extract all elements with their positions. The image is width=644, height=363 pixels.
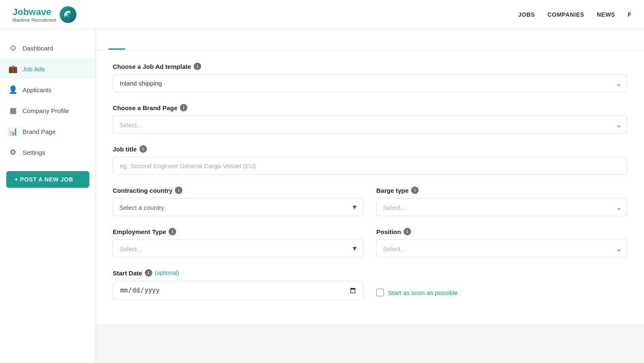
sidebar: ⊙ Dashboard 💼 Job Ads 👤 Applicants ▦ Com…	[0, 29, 96, 363]
tab-bar	[96, 29, 644, 50]
employment-type-info-icon[interactable]: i	[169, 228, 176, 235]
sidebar-item-company-profile[interactable]: ▦ Company Profile	[0, 100, 96, 121]
barge-type-select[interactable]: Tanker Dry Cargo	[376, 198, 628, 216]
company-icon: ▦	[8, 106, 18, 115]
brandpage-icon: 📊	[8, 127, 18, 136]
brand-name: Jobwave	[13, 7, 56, 18]
barge-type-info-icon[interactable]: i	[411, 187, 419, 194]
jobads-icon: 💼	[8, 64, 18, 73]
brand-page-select[interactable]	[113, 116, 627, 134]
post-new-job-button[interactable]: + POST A NEW JOB	[6, 171, 89, 188]
start-date-label: Start Date i (optional)	[113, 269, 627, 277]
sidebar-item-applicants[interactable]: 👤 Applicants	[0, 79, 96, 100]
top-navigation: Jobwave Maritime Recruitment 🌊 JOBS COMP…	[0, 0, 644, 29]
tagline: Maritime Recruitment	[13, 18, 56, 23]
position-select-wrapper: Captain Engineer Select... ⌄	[376, 239, 628, 257]
contracting-country-select-wrapper: Netherlands Germany Belgium Select a cou…	[113, 198, 364, 216]
sidebar-item-dashboard[interactable]: ⊙ Dashboard	[0, 38, 96, 58]
date-row: Start as soon as possible	[113, 281, 627, 300]
sidebar-item-label: Dashboard	[23, 45, 53, 52]
sidebar-item-label: Company Profile	[23, 107, 69, 114]
start-date-input[interactable]	[113, 281, 364, 300]
logo-icon: 🌊	[60, 6, 76, 23]
nav-extra[interactable]: F	[628, 11, 631, 18]
employment-type-section: Employment Type i Full-time Part-time Co…	[113, 228, 364, 257]
job-title-input[interactable]	[113, 157, 627, 175]
contracting-country-select[interactable]: Netherlands Germany Belgium	[113, 198, 364, 216]
start-asap-checkbox[interactable]	[376, 289, 384, 296]
job-ad-template-label: Choose a Job Ad template i	[113, 63, 627, 70]
barge-type-select-wrapper: Tanker Dry Cargo Select... ⌄	[376, 198, 628, 216]
job-ad-template-info-icon[interactable]: i	[194, 63, 201, 70]
sidebar-item-label: Applicants	[23, 86, 51, 93]
sidebar-item-label: Job Ads	[23, 66, 45, 73]
dashboard-icon: ⊙	[8, 43, 18, 53]
sidebar-item-label: Brand Page	[23, 128, 56, 135]
job-ad-template-select[interactable]: Inland shipping Ocean shipping Port Oper…	[113, 74, 627, 92]
form-container: Choose a Job Ad template i Inland shippi…	[96, 50, 644, 324]
employment-position-grid: Employment Type i Full-time Part-time Co…	[113, 228, 627, 269]
position-select[interactable]: Captain Engineer	[376, 239, 628, 257]
brand-page-select-wrapper: Select... ⌄	[113, 116, 627, 134]
position-section: Position i Captain Engineer Select... ⌄	[376, 228, 628, 257]
start-asap-row: Start as soon as possible	[376, 285, 628, 296]
job-title-info-icon[interactable]: i	[139, 145, 147, 153]
brand-page-section: Choose a Brand Page i Select... ⌄	[113, 104, 627, 134]
sidebar-item-settings[interactable]: ⚙ Settings	[0, 142, 96, 163]
start-date-optional: (optional)	[155, 270, 179, 276]
sidebar-item-brand-page[interactable]: 📊 Brand Page	[0, 121, 96, 142]
contracting-country-info-icon[interactable]: i	[175, 187, 182, 194]
nav-links: JOBS COMPANIES NEWS F	[518, 11, 631, 18]
position-label: Position i	[376, 228, 628, 235]
country-barge-grid: Contracting country i Netherlands German…	[113, 187, 627, 228]
logo[interactable]: Jobwave Maritime Recruitment 🌊	[13, 6, 76, 23]
settings-icon: ⚙	[8, 148, 18, 157]
post-job-label: + POST A NEW JOB	[15, 176, 73, 183]
contracting-country-label: Contracting country i	[113, 187, 364, 194]
start-date-section: Start Date i (optional) Start as soon as…	[113, 269, 627, 300]
nav-jobs[interactable]: JOBS	[518, 11, 535, 18]
sidebar-item-label: Settings	[23, 149, 45, 156]
tab-active[interactable]	[109, 38, 125, 50]
job-title-label: Job title i	[113, 145, 627, 153]
employment-type-select[interactable]: Full-time Part-time Contract	[113, 239, 364, 257]
start-asap-label[interactable]: Start as soon as possible	[388, 289, 458, 296]
employment-type-label: Employment Type i	[113, 228, 364, 235]
start-date-info-icon[interactable]: i	[145, 269, 152, 277]
contracting-country-section: Contracting country i Netherlands German…	[113, 187, 364, 216]
brand-page-info-icon[interactable]: i	[180, 104, 187, 111]
sidebar-item-job-ads[interactable]: 💼 Job Ads	[0, 58, 96, 79]
brand-page-label: Choose a Brand Page i	[113, 104, 627, 111]
nav-companies[interactable]: COMPANIES	[548, 11, 584, 18]
employment-type-select-wrapper: Full-time Part-time Contract Select... ▼	[113, 239, 364, 257]
job-title-section: Job title i	[113, 145, 627, 175]
job-ad-template-section: Choose a Job Ad template i Inland shippi…	[113, 63, 627, 92]
job-ad-template-select-wrapper: Inland shipping Ocean shipping Port Oper…	[113, 74, 627, 92]
barge-type-section: Barge type i Tanker Dry Cargo Select... …	[376, 187, 628, 216]
barge-type-label: Barge type i	[376, 187, 628, 194]
main-content: Choose a Job Ad template i Inland shippi…	[96, 29, 644, 363]
applicants-icon: 👤	[8, 85, 18, 94]
position-info-icon[interactable]: i	[404, 228, 411, 235]
nav-news[interactable]: NEWS	[597, 11, 615, 18]
